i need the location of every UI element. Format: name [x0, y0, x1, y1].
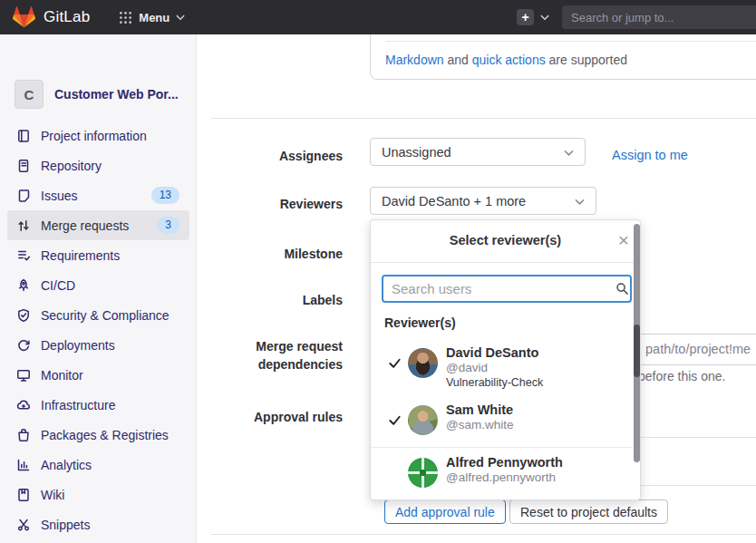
check-icon — [388, 356, 402, 370]
chevron-down-icon — [540, 15, 549, 21]
user-name: Sam White — [446, 402, 513, 417]
snippets-icon — [16, 518, 31, 532]
infrastructure-icon — [16, 398, 31, 412]
quick-actions-link[interactable]: quick actions — [472, 53, 546, 67]
menu-label: Menu — [139, 11, 170, 24]
repository-icon — [16, 159, 31, 173]
brand-text: GitLab — [44, 8, 90, 26]
sidebar-item-deployments[interactable]: Deployments — [7, 330, 189, 360]
deployments-icon — [16, 338, 31, 353]
global-search-input[interactable] — [562, 5, 756, 29]
approval-rules-label: Approval rules — [211, 408, 343, 426]
project-information-icon — [16, 129, 31, 143]
dropdown-scrollbar-thumb[interactable] — [634, 325, 640, 377]
photo-david-avatar — [408, 348, 438, 378]
user-search-input[interactable] — [382, 275, 632, 303]
close-icon[interactable]: × — [618, 228, 629, 252]
dependencies-help-text: before this one. — [638, 369, 726, 383]
sidebar-item-requirements[interactable]: Requirements — [7, 240, 189, 270]
chevron-down-icon — [176, 15, 185, 21]
project-title: Customer Web Por... — [54, 87, 179, 102]
project-header-link[interactable]: C Customer Web Por... — [15, 80, 179, 109]
markdown-link[interactable]: Markdown — [385, 53, 444, 67]
sidebar-item-label: CI/CD — [41, 278, 75, 293]
identicon-green-avatar — [408, 458, 438, 488]
gitlab-tanuki-icon — [13, 6, 35, 28]
user-row-alfred-pennyworth[interactable]: Alfred Pennyworth @alfred.pennyworth — [371, 455, 631, 488]
assign-to-me-link[interactable]: Assign to me — [612, 148, 688, 162]
sidebar-item-label: Issues — [41, 189, 77, 203]
menu-grid-icon — [119, 11, 132, 24]
sidebar-item-label: Monitor — [41, 368, 83, 383]
sidebar-item-label: Infrastructure — [41, 398, 115, 412]
assignees-label: Assignees — [211, 147, 343, 165]
assignees-select[interactable]: Unassigned — [370, 138, 586, 166]
user-name: Alfred Pennyworth — [446, 455, 563, 470]
sidebar-item-label: Repository — [41, 159, 102, 173]
project-avatar: C — [15, 80, 44, 109]
sidebar-item-project-information[interactable]: Project information — [7, 121, 189, 150]
user-row-david[interactable]: David DeSanto @david Vulnerability-Check — [371, 345, 631, 390]
dropdown-title: Select reviewer(s) — [371, 233, 640, 247]
sidebar-item-settings[interactable]: Settings — [7, 539, 189, 543]
sidebar-item-wiki[interactable]: Wiki — [7, 480, 189, 509]
sidebar-item-ci-cd[interactable]: CI/CD — [7, 270, 189, 300]
user-name: David DeSanto — [446, 345, 543, 360]
reviewers-label: Reviewers — [211, 195, 343, 213]
plus-icon: + — [521, 11, 528, 24]
top-bar: GitLab Menu + — [0, 0, 756, 34]
sidebar-item-monitor[interactable]: Monitor — [7, 360, 189, 390]
gitlab-home-button[interactable]: GitLab — [13, 6, 90, 28]
sidebar-item-packages-registries[interactable]: Packages & Registries — [7, 420, 189, 450]
analytics-icon — [16, 458, 31, 472]
requirements-icon — [16, 248, 31, 263]
sidebar-item-label: Packages & Registries — [41, 428, 169, 442]
chevron-down-icon — [564, 145, 574, 160]
milestone-label: Milestone — [211, 245, 343, 263]
sidebar-item-security-compliance[interactable]: Security & Compliance — [7, 300, 189, 330]
assignees-select-value: Unassigned — [382, 145, 451, 160]
sidebar-nav: Project information Repository Issues 13… — [0, 121, 197, 543]
new-item-button[interactable]: + — [517, 9, 534, 25]
packages-registries-icon — [16, 428, 31, 442]
approval-table-border — [635, 437, 756, 438]
photo-sam-avatar — [408, 405, 438, 435]
sidebar: C Customer Web Por... Project informatio… — [0, 34, 197, 543]
sidebar-item-infrastructure[interactable]: Infrastructure — [7, 390, 189, 420]
reset-defaults-button[interactable]: Reset to project defaults — [509, 499, 668, 524]
markdown-help-text: Markdown and quick actions are supported — [385, 41, 756, 79]
and-text: and — [444, 53, 472, 67]
labels-label: Labels — [211, 291, 343, 309]
security-compliance-icon — [16, 308, 31, 323]
sidebar-item-repository[interactable]: Repository — [7, 150, 189, 180]
user-subtitle: Vulnerability-Check — [446, 376, 543, 390]
check-icon — [388, 413, 402, 427]
user-row-sam-white[interactable]: Sam White @sam.white — [371, 402, 631, 435]
sidebar-item-issues[interactable]: Issues 13 — [7, 180, 189, 210]
issues-icon — [16, 189, 31, 203]
sidebar-item-label: Requirements — [41, 248, 120, 263]
sidebar-item-label: Deployments — [41, 338, 115, 353]
reviewer-dropdown: Select reviewer(s) × Reviewer(s) David D… — [370, 219, 641, 500]
wiki-icon — [16, 488, 31, 502]
user-list-divider — [371, 447, 633, 448]
reviewers-section-label: Reviewer(s) — [384, 315, 456, 330]
user-username: @david — [446, 361, 543, 375]
sidebar-item-merge-requests[interactable]: Merge requests 3 — [7, 210, 189, 240]
reviewers-select[interactable]: David DeSanto + 1 more — [370, 187, 596, 215]
sidebar-item-label: Merge requests — [41, 218, 129, 233]
sidebar-item-label: Security & Compliance — [41, 308, 170, 323]
section-divider-top — [211, 118, 756, 119]
ci-cd-icon — [16, 278, 31, 293]
dependencies-input-placeholder-fragment: . path/to/project!me — [638, 342, 751, 356]
sidebar-item-label: Wiki — [41, 488, 64, 502]
section-divider-bottom — [211, 534, 756, 535]
sidebar-item-analytics[interactable]: Analytics — [7, 450, 189, 480]
add-approval-rule-button[interactable]: Add approval rule — [384, 499, 506, 524]
sidebar-item-snippets[interactable]: Snippets — [7, 509, 189, 539]
chevron-down-icon — [575, 194, 585, 208]
monitor-icon — [16, 368, 31, 383]
suffix-text: are supported — [546, 53, 627, 67]
merge-requests-icon — [16, 218, 31, 233]
menu-button[interactable]: Menu — [119, 11, 185, 24]
